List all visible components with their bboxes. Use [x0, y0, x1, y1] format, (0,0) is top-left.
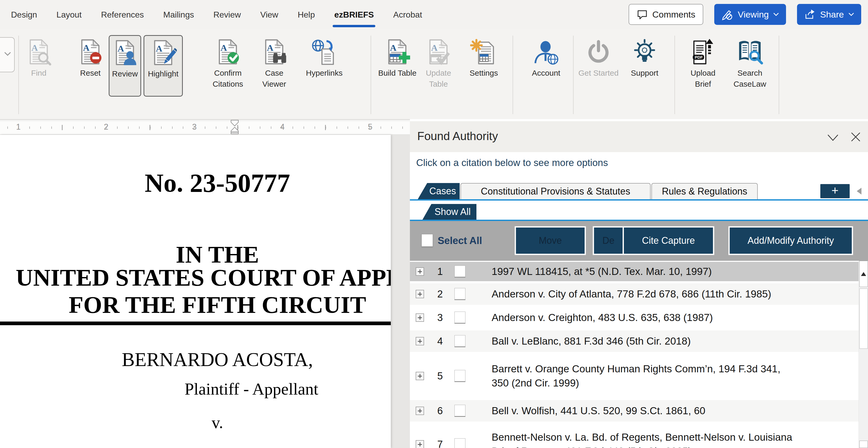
update-table-button[interactable]: Update Table: [417, 35, 459, 90]
ribbon-tab[interactable]: Layout: [57, 0, 82, 29]
citation-checkbox[interactable]: [455, 335, 465, 347]
citation-checkbox[interactable]: [455, 405, 465, 417]
ribbon: Find Reset Review Highlight Confirm: [0, 29, 868, 120]
citation-row[interactable]: 4 Ball v. LeBlanc, 881 F.3d 346 (5th Cir…: [410, 330, 859, 352]
cite-capture-button[interactable]: Cite Capture: [623, 226, 714, 255]
citation-text[interactable]: Anderson v. City of Atlanta, 778 F.2d 67…: [492, 287, 771, 301]
case-viewer-button[interactable]: Case Viewer: [253, 35, 295, 90]
scrollbar-thumb[interactable]: [859, 289, 868, 349]
citation-text[interactable]: Bell v. Wolfish, 441 U.S. 520, 99 S.Ct. …: [492, 404, 705, 418]
ribbon-tab[interactable]: Design: [11, 0, 37, 29]
scroll-up-button[interactable]: [859, 261, 868, 287]
confirm-citations-button[interactable]: Confirm Citations: [207, 35, 249, 90]
ribbon-tab[interactable]: Mailings: [163, 0, 194, 29]
expand-plus-icon[interactable]: [416, 267, 424, 276]
group-separator: [18, 36, 19, 114]
citation-scrollbar[interactable]: [859, 261, 868, 448]
tab-scroll-left-icon[interactable]: [857, 188, 862, 195]
tab-rules-regulations[interactable]: Rules & Regulations: [651, 183, 758, 199]
citation-text[interactable]: 1997 WL 118415, at *5 (N.D. Tex. Mar. 10…: [492, 264, 712, 279]
settings-icon: [470, 38, 497, 65]
group-separator: [675, 36, 675, 114]
ribbon-tab[interactable]: References: [101, 0, 144, 29]
account-icon: [532, 38, 560, 65]
expand-plus-icon[interactable]: [416, 440, 424, 448]
ribbon-tab[interactable]: Acrobat: [393, 0, 422, 29]
expand-plus-icon[interactable]: [416, 372, 424, 380]
find-icon: [25, 38, 52, 65]
ribbon-tab[interactable]: ezBRIEFS: [334, 0, 374, 29]
case-viewer-icon: [260, 38, 288, 65]
expand-plus-icon[interactable]: [416, 407, 424, 415]
upload-brief-button[interactable]: PDF Upload Brief: [682, 35, 724, 90]
citation-checkbox[interactable]: [455, 312, 465, 324]
ribbon-tab[interactable]: Help: [298, 0, 315, 29]
tab-underline: [410, 199, 868, 200]
citation-row[interactable]: 3 Anderson v. Creighton, 483 U.S. 635, 6…: [410, 307, 859, 328]
citation-text[interactable]: Barrett v. Orange County Human Rights Co…: [492, 362, 780, 390]
citation-checkbox[interactable]: [455, 370, 465, 382]
get-started-button[interactable]: Get Started: [578, 35, 619, 78]
add-modify-authority-button[interactable]: Add/Modify Authority: [728, 226, 853, 255]
citation-text[interactable]: Ball v. LeBlanc, 881 F.3d 346 (5th Cir. …: [492, 334, 691, 348]
get-started-label: Get Started: [578, 68, 618, 78]
build-table-button[interactable]: Build Table: [376, 35, 418, 78]
ribbon-tab[interactable]: View: [260, 0, 278, 29]
add-tab-button[interactable]: +: [820, 184, 850, 198]
expand-plus-icon[interactable]: [416, 313, 424, 322]
scroll-down-button[interactable]: [859, 441, 868, 448]
account-button[interactable]: Account: [524, 35, 568, 78]
case-number: No. 23-50777: [16, 168, 391, 198]
citation-row[interactable]: 6 Bell v. Wolfish, 441 U.S. 520, 99 S.Ct…: [410, 400, 859, 421]
citation-text[interactable]: Bennett-Nelson v. La. Bd. of Regents, Be…: [492, 430, 792, 448]
doc-party-role: Plaintiff - Appellant: [68, 379, 391, 399]
hyperlinks-label: Hyperlinks: [306, 68, 343, 78]
move-button[interactable]: Move: [515, 226, 586, 255]
expand-plus-icon[interactable]: [416, 290, 424, 298]
support-button[interactable]: Support: [624, 35, 665, 78]
ribbon-tab[interactable]: Review: [214, 0, 241, 29]
expand-plus-icon[interactable]: [416, 337, 424, 345]
doc-versus: v.: [16, 413, 391, 432]
search-caselaw-button[interactable]: Search CaseLaw: [727, 35, 772, 90]
citation-checkbox[interactable]: [455, 265, 465, 278]
citation-number: 4: [433, 336, 446, 347]
select-all-checkbox[interactable]: [422, 234, 433, 247]
tab-show-all[interactable]: Show All: [423, 204, 476, 220]
found-authority-pane: Found Authority Click on a citation belo…: [410, 119, 868, 448]
citation-number: 3: [433, 312, 446, 323]
title-bar-actions: Comments Viewing Share: [629, 4, 861, 25]
find-button[interactable]: Find: [21, 35, 57, 78]
tab-constitutional-provisions[interactable]: Constitutional Provisions & Statutes: [461, 183, 651, 199]
indent-marker[interactable]: [229, 120, 240, 134]
document-page[interactable]: No. 23-50777 IN THE UNITED STATES COURT …: [0, 135, 391, 448]
chevron-down-icon: [827, 134, 839, 142]
comments-button[interactable]: Comments: [629, 4, 703, 25]
update-table-icon: [425, 38, 452, 65]
citation-checkbox[interactable]: [455, 288, 465, 300]
citation-number: 2: [433, 289, 446, 300]
get-started-icon: [585, 38, 612, 65]
pane-close-button[interactable]: [850, 131, 862, 144]
citation-row[interactable]: 7 Bennett-Nelson v. La. Bd. of Regents, …: [410, 424, 859, 448]
hyperlinks-button[interactable]: Hyperlinks: [298, 35, 350, 78]
citation-row[interactable]: 2 Anderson v. City of Atlanta, 778 F.2d …: [410, 283, 859, 305]
review-button[interactable]: Review: [109, 35, 141, 97]
pane-collapse-button[interactable]: [827, 134, 839, 143]
highlight-button[interactable]: Highlight: [144, 35, 183, 97]
viewing-button[interactable]: Viewing: [714, 4, 786, 25]
style-dropdown-partial[interactable]: [0, 37, 15, 72]
select-all-label: Select All: [438, 235, 482, 246]
settings-button[interactable]: Settings: [463, 35, 505, 78]
share-button[interactable]: Share: [797, 4, 861, 25]
tab-cases[interactable]: Cases: [418, 183, 460, 199]
citation-row[interactable]: 5 Barrett v. Orange County Human Rights …: [410, 354, 859, 398]
reset-button[interactable]: Reset: [72, 35, 109, 78]
reset-icon: [77, 38, 104, 65]
citation-checkbox[interactable]: [455, 438, 465, 448]
citation-row[interactable]: 1 1997 WL 118415, at *5 (N.D. Tex. Mar. …: [410, 262, 859, 281]
group-separator: [779, 36, 779, 114]
document-canvas: No. 23-50777 IN THE UNITED STATES COURT …: [0, 135, 410, 448]
citation-text[interactable]: Anderson v. Creighton, 483 U.S. 635, 638…: [492, 311, 713, 325]
horizontal-ruler[interactable]: 12345: [0, 120, 410, 135]
